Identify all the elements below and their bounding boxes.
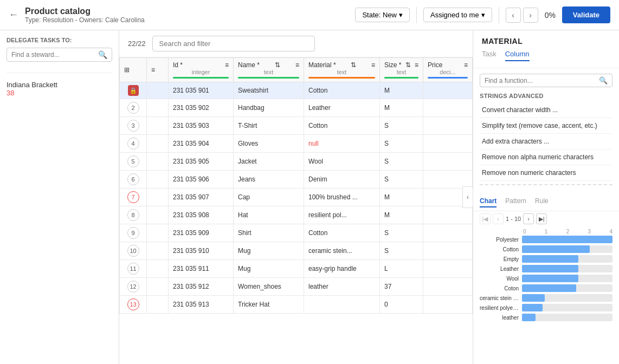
table-row[interactable]: 12 231 035 912 Women_shoes leather 37 bbox=[120, 278, 473, 296]
col-header-material[interactable]: Material * ⇅ ≡ text bbox=[304, 58, 380, 82]
cell-size[interactable]: 0 bbox=[380, 296, 423, 314]
cell-id[interactable]: 231 035 906 bbox=[169, 171, 234, 188]
cell-id[interactable]: 231 035 902 bbox=[169, 99, 234, 117]
cell-material[interactable]: Cotton bbox=[304, 224, 380, 242]
function-item[interactable]: Add extra characters ... bbox=[480, 134, 612, 150]
cell-material[interactable]: Denim bbox=[304, 171, 380, 188]
col-header-id[interactable]: Id * ≡ integer bbox=[169, 58, 234, 82]
table-row[interactable]: 🔒 231 035 901 Sweatshirt Cotton M bbox=[120, 82, 473, 99]
table-row[interactable]: 7 231 035 907 Cap 100% brushed ... M bbox=[120, 188, 473, 206]
cell-size[interactable]: M bbox=[380, 82, 423, 99]
cell-id[interactable]: 231 035 903 bbox=[169, 117, 234, 135]
cell-material[interactable]: ceramic stein... bbox=[304, 242, 380, 260]
table-row[interactable]: 11 231 035 911 Mug easy-grip handle L bbox=[120, 260, 473, 278]
page-next-button[interactable]: › bbox=[523, 213, 534, 224]
cell-size[interactable]: M bbox=[380, 188, 423, 206]
cell-name[interactable]: Jacket bbox=[234, 153, 304, 171]
assigned-to-me-button[interactable]: Assigned to me ▾ bbox=[423, 8, 492, 22]
back-arrow-button[interactable]: ‹ bbox=[506, 8, 521, 23]
cell-name[interactable]: Handbag bbox=[234, 99, 304, 117]
cell-id[interactable]: 231 035 911 bbox=[169, 260, 234, 278]
cell-id[interactable]: 231 035 905 bbox=[169, 153, 234, 171]
page-prev-button[interactable]: ‹ bbox=[493, 213, 504, 224]
function-item[interactable]: Convert character width ... bbox=[480, 102, 612, 118]
cell-size[interactable]: S bbox=[380, 135, 423, 153]
collapse-panel-button[interactable]: ‹ bbox=[462, 186, 473, 208]
cell-name[interactable]: Mug bbox=[234, 260, 304, 278]
table-row[interactable]: 3 231 035 903 T-Shirt Cotton S bbox=[120, 117, 473, 135]
cell-price[interactable] bbox=[423, 153, 473, 171]
cell-price[interactable] bbox=[423, 296, 473, 314]
steward-item[interactable]: Indiana Brackett 38 bbox=[7, 77, 112, 100]
cell-id[interactable]: 231 035 909 bbox=[169, 224, 234, 242]
table-row[interactable]: 8 231 035 908 Hat resilient pol... M bbox=[120, 206, 473, 224]
table-row[interactable]: 10 231 035 910 Mug ceramic stein... S bbox=[120, 242, 473, 260]
function-item[interactable]: Remove non numeric characters bbox=[480, 165, 612, 181]
search-func-icon[interactable]: 🔍 bbox=[599, 76, 608, 84]
cell-id[interactable]: 231 035 907 bbox=[169, 188, 234, 206]
validate-button[interactable]: Validate bbox=[562, 6, 610, 23]
cell-id[interactable]: 231 035 908 bbox=[169, 206, 234, 224]
cell-material[interactable]: resilient pol... bbox=[304, 206, 380, 224]
search-icon[interactable]: 🔍 bbox=[98, 50, 107, 59]
cell-name[interactable]: Tricker Hat bbox=[234, 296, 304, 314]
cell-size[interactable]: S bbox=[380, 224, 423, 242]
col-size-sort[interactable]: ⇅ bbox=[405, 61, 411, 69]
cell-material[interactable]: Cotton bbox=[304, 82, 380, 99]
cell-price[interactable] bbox=[423, 224, 473, 242]
chart-tab-rule[interactable]: Rule bbox=[535, 197, 549, 207]
table-row[interactable]: 13 231 035 913 Tricker Hat 0 bbox=[120, 296, 473, 314]
back-button[interactable]: ← bbox=[9, 9, 18, 21]
cell-price[interactable] bbox=[423, 242, 473, 260]
cell-name[interactable]: Hat bbox=[234, 206, 304, 224]
cell-id[interactable]: 231 035 901 bbox=[169, 82, 234, 99]
cell-price[interactable] bbox=[423, 260, 473, 278]
tab-task[interactable]: Task bbox=[482, 50, 497, 61]
cell-name[interactable]: Shirt bbox=[234, 224, 304, 242]
cell-price[interactable] bbox=[423, 117, 473, 135]
state-button[interactable]: State: New ▾ bbox=[355, 8, 410, 22]
cell-material[interactable] bbox=[304, 296, 380, 314]
col-name-menu[interactable]: ≡ bbox=[295, 61, 299, 69]
col-header-name[interactable]: Name * ⇅ ≡ text bbox=[234, 58, 304, 82]
cell-name[interactable]: Jeans bbox=[234, 171, 304, 188]
col-id-menu[interactable]: ≡ bbox=[225, 61, 229, 69]
cell-material[interactable]: Leather bbox=[304, 99, 380, 117]
search-bar[interactable] bbox=[152, 36, 315, 51]
search-input[interactable] bbox=[152, 36, 315, 51]
cell-size[interactable]: S bbox=[380, 153, 423, 171]
cell-size[interactable]: S bbox=[380, 242, 423, 260]
forward-arrow-button[interactable]: › bbox=[523, 8, 538, 23]
cell-name[interactable]: Gloves bbox=[234, 135, 304, 153]
cell-price[interactable] bbox=[423, 206, 473, 224]
cell-material[interactable]: leather bbox=[304, 278, 380, 296]
chart-tab-pattern[interactable]: Pattern bbox=[505, 197, 526, 207]
tab-column[interactable]: Column bbox=[505, 50, 530, 61]
menu-icon[interactable]: ≡ bbox=[151, 66, 155, 74]
cell-price[interactable] bbox=[423, 99, 473, 117]
steward-search-bar[interactable]: 🔍 bbox=[7, 48, 112, 62]
cell-material[interactable]: Wool bbox=[304, 153, 380, 171]
cell-id[interactable]: 231 035 913 bbox=[169, 296, 234, 314]
cell-name[interactable]: T-Shirt bbox=[234, 117, 304, 135]
table-row[interactable]: 6 231 035 906 Jeans Denim S bbox=[120, 171, 473, 188]
table-row[interactable]: 5 231 035 905 Jacket Wool S bbox=[120, 153, 473, 171]
col-price-menu[interactable]: ≡ bbox=[464, 61, 468, 69]
steward-search-input[interactable] bbox=[11, 51, 95, 58]
cell-id[interactable]: 231 035 904 bbox=[169, 135, 234, 153]
cell-name[interactable]: Sweatshirt bbox=[234, 82, 304, 99]
cell-id[interactable]: 231 035 912 bbox=[169, 278, 234, 296]
function-search-input[interactable] bbox=[485, 77, 596, 84]
cell-id[interactable]: 231 035 910 bbox=[169, 242, 234, 260]
cell-size[interactable]: S bbox=[380, 171, 423, 188]
cell-price[interactable] bbox=[423, 135, 473, 153]
cell-size[interactable]: M bbox=[380, 206, 423, 224]
chart-tab-chart[interactable]: Chart bbox=[480, 197, 497, 207]
cell-name[interactable]: Mug bbox=[234, 242, 304, 260]
col-name-sort[interactable]: ⇅ bbox=[275, 61, 280, 69]
table-row[interactable]: 2 231 035 902 Handbag Leather M bbox=[120, 99, 473, 117]
cell-size[interactable]: L bbox=[380, 260, 423, 278]
cell-material[interactable]: null bbox=[304, 135, 380, 153]
cell-name[interactable]: Cap bbox=[234, 188, 304, 206]
cell-material[interactable]: Cotton bbox=[304, 117, 380, 135]
